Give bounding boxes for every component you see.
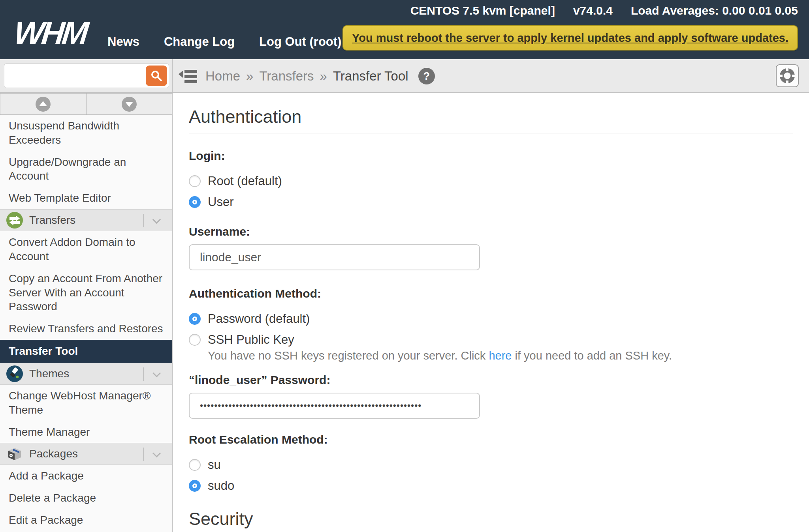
toolbar-search-area [0,59,173,93]
search-input[interactable] [4,64,143,88]
server-load-averages: Load Averages: 0.00 0.01 0.05 [631,4,798,17]
help-icon[interactable]: ? [418,68,435,84]
radio-su[interactable] [189,459,201,471]
ssh-note-text: You have no SSH keys registered on your … [208,349,489,362]
escalation-su-option: su [189,458,793,472]
sidebar-item-upgrade-downgrade-account[interactable]: Upgrade/Downgrade an Account [0,151,172,187]
password-label: “linode_user” Password: [189,373,793,387]
radio-su-label[interactable]: su [208,458,221,472]
reboot-warning-banner[interactable]: You must reboot the server to apply kern… [342,25,798,51]
scroll-up-button[interactable] [0,93,87,114]
auth-method-ssh-option: SSH Public Key [189,333,793,347]
divider [143,448,144,461]
ssh-note-text: if you need to add an SSH key. [512,349,672,362]
nav-log-out[interactable]: Log Out (root) [259,35,341,49]
themes-icon [6,365,23,382]
sidebar-item-change-whm-theme[interactable]: Change WebHost Manager® Theme [0,385,172,421]
toolbar: Home » Transfers » Transfer Tool ? [0,59,809,93]
sidebar-item-add-package[interactable]: Add a Package [0,465,172,487]
server-info: CENTOS 7.5 kvm [cpanel] v74.0.4 Load Ave… [410,4,798,17]
scroll-up-icon [36,97,51,112]
escalation-sudo-option: sudo [189,479,793,493]
nav-news[interactable]: News [107,35,139,49]
sidebar-item-copy-account[interactable]: Copy an Account From Another Server With… [0,268,172,318]
sidebar-item-review-transfers[interactable]: Review Transfers and Restores [0,318,172,340]
username-label: Username: [189,225,793,238]
top-navigation: News Change Log Log Out (root) [107,35,341,49]
radio-user-label[interactable]: User [208,195,233,209]
password-input[interactable] [189,393,480,419]
topbar: WHM News Change Log Log Out (root) CENTO… [0,0,809,59]
breadcrumb-transfers[interactable]: Transfers [259,69,314,84]
collapse-sidebar-icon [179,69,198,84]
nav-change-log[interactable]: Change Log [164,35,235,49]
transfers-icon [6,212,23,229]
authentication-section-title: Authentication [189,107,793,127]
life-ring-icon [779,67,796,84]
auth-method-password-option: Password (default) [189,312,793,326]
server-os: CENTOS 7.5 kvm [cpanel] [410,4,555,17]
breadcrumb-home[interactable]: Home [205,69,240,84]
sidebar-item-edit-package[interactable]: Edit a Package [0,509,172,531]
login-root-option: Root (default) [189,174,793,188]
divider [189,133,793,133]
chevron-down-icon[interactable] [152,449,161,457]
security-section-title: Security [189,509,793,529]
sidebar-item-delete-package[interactable]: Delete a Package [0,487,172,509]
sidebar-section-themes[interactable]: Themes [0,363,172,385]
support-button[interactable] [776,64,799,87]
sidebar-section-label: Transfers [29,214,75,227]
username-input[interactable] [189,244,480,270]
search-icon [151,70,162,82]
search-box [4,64,169,88]
radio-root[interactable] [189,175,201,187]
sidebar: Unsuspend Bandwidth Exceeders Upgrade/Do… [0,93,173,532]
main-content: Authentication Login: Root (default) Use… [173,93,809,532]
collapse-sidebar-button[interactable] [179,69,198,84]
sidebar-scroll-controls [0,93,172,115]
radio-password[interactable] [189,313,201,325]
radio-sudo-label[interactable]: sudo [208,479,234,493]
login-user-option: User [189,195,793,209]
packages-icon [6,446,23,462]
radio-ssh-key[interactable] [189,334,201,346]
scroll-down-icon [122,97,137,112]
radio-sudo[interactable] [189,480,201,492]
ssh-note-link[interactable]: here [489,349,512,362]
sidebar-item-theme-manager[interactable]: Theme Manager [0,421,172,443]
radio-ssh-key-label[interactable]: SSH Public Key [208,333,294,347]
login-label: Login: [189,149,793,163]
scroll-down-button[interactable] [87,93,173,114]
radio-user[interactable] [189,196,201,208]
breadcrumb-current: Transfer Tool [333,69,408,84]
auth-method-label: Authentication Method: [189,287,793,300]
search-button[interactable] [146,66,167,86]
breadcrumb-separator: » [320,69,327,84]
root-escalation-label: Root Escalation Method: [189,433,793,446]
sidebar-item-transfer-tool[interactable]: Transfer Tool [0,340,172,363]
sidebar-section-packages[interactable]: Packages [0,443,172,465]
radio-password-label[interactable]: Password (default) [208,312,310,326]
reboot-warning-text: You must reboot the server to apply kern… [352,32,788,45]
breadcrumb: Home » Transfers » Transfer Tool ? [205,59,435,93]
sidebar-section-label: Packages [29,448,78,460]
breadcrumb-separator: » [246,69,253,84]
sidebar-section-label: Themes [29,367,69,380]
sidebar-item-web-template-editor[interactable]: Web Template Editor [0,187,172,209]
chevron-down-icon[interactable] [152,369,161,377]
divider [143,214,144,227]
chevron-down-icon[interactable] [152,215,161,224]
sidebar-item-convert-addon-domain[interactable]: Convert Addon Domain to Account [0,231,172,268]
sidebar-item-unsuspend-bandwidth-exceeders[interactable]: Unsuspend Bandwidth Exceeders [0,115,172,151]
divider [143,367,144,381]
sidebar-section-transfers[interactable]: Transfers [0,209,172,231]
ssh-key-note: You have no SSH keys registered on your … [208,349,793,362]
server-version: v74.0.4 [573,4,613,17]
radio-root-label[interactable]: Root (default) [208,174,282,188]
whm-logo[interactable]: WHM [12,15,88,51]
